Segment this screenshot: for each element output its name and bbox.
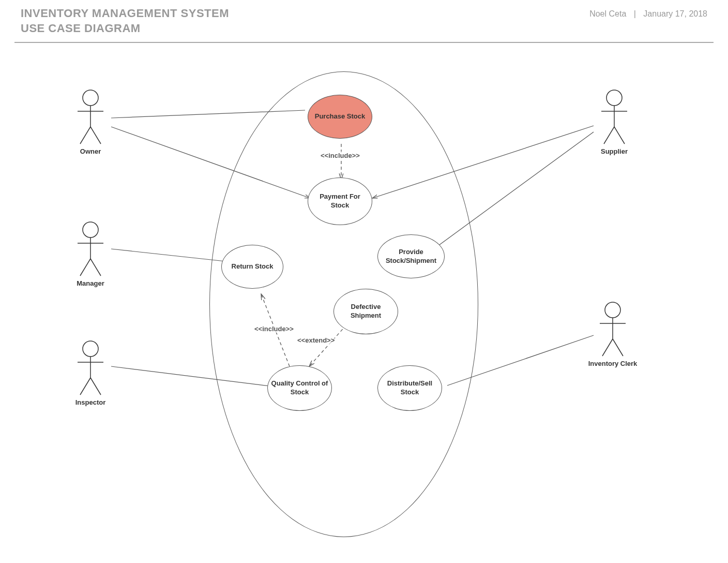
usecase-return-stock: Return Stock [221,245,283,289]
usecase-purchase-stock: Purchase Stock [308,95,372,139]
svg-line-24 [90,378,101,395]
actor-inspector: Inspector [70,340,111,406]
author: Noel Ceta [589,9,626,18]
svg-point-20 [83,341,98,357]
rel-include-1: <<include>> [321,152,360,159]
actor-owner-label: Owner [70,147,111,155]
svg-point-30 [605,302,620,318]
svg-point-15 [83,222,98,238]
usecase-return-label: Return Stock [232,262,274,271]
svg-line-18 [80,259,90,276]
svg-line-33 [602,339,613,356]
actor-manager: Manager [70,221,111,287]
svg-line-13 [80,127,90,144]
rel-extend-1: <<extend>> [297,336,335,344]
actor-inspector-label: Inspector [70,398,111,406]
svg-line-34 [613,339,623,356]
svg-point-10 [83,90,98,106]
title-block: INVENTORY MANAGEMENT SYSTEM USE CASE DIA… [21,6,229,36]
svg-point-25 [606,90,622,106]
meta-block: Noel Ceta | January 17, 2018 [589,9,707,19]
date: January 17, 2018 [643,9,707,18]
svg-line-28 [604,127,614,144]
usecase-payment-label: Payment For Stock [310,192,370,210]
meta-separator: | [634,9,636,18]
diagram-canvas: Owner Manager Inspector Supplier [0,43,728,540]
usecase-purchase-stock-label: Purchase Stock [315,112,366,121]
actor-supplier-label: Supplier [594,147,635,155]
usecase-defective-label: Defective Shipment [336,303,396,320]
usecase-quality-control: Quality Control of Stock [267,365,332,411]
actor-inventory-clerk: Inventory Clerk [584,302,641,367]
usecase-provide-stock: Provide Stock/Shipment [377,234,445,278]
usecase-payment-for-stock: Payment For Stock [308,177,372,225]
actor-clerk-label: Inventory Clerk [584,360,641,367]
svg-line-14 [90,127,101,144]
usecase-defective-shipment: Defective Shipment [333,289,398,334]
title-line-2: USE CASE DIAGRAM [21,21,229,36]
usecase-qc-label: Quality Control of Stock [270,379,329,397]
header: INVENTORY MANAGEMENT SYSTEM USE CASE DIA… [0,0,728,42]
svg-line-19 [90,259,101,276]
usecase-provide-label: Provide Stock/Shipment [380,248,442,265]
actor-supplier: Supplier [594,90,635,155]
svg-line-23 [80,378,90,395]
usecase-distribute-sell: Distribute/Sell Stock [377,365,442,411]
actor-manager-label: Manager [70,279,111,287]
usecase-distribute-label: Distribute/Sell Stock [380,379,439,397]
title-line-1: INVENTORY MANAGEMENT SYSTEM [21,6,229,21]
actor-owner: Owner [70,90,111,155]
rel-include-2: <<include>> [254,325,294,333]
svg-line-29 [614,127,625,144]
